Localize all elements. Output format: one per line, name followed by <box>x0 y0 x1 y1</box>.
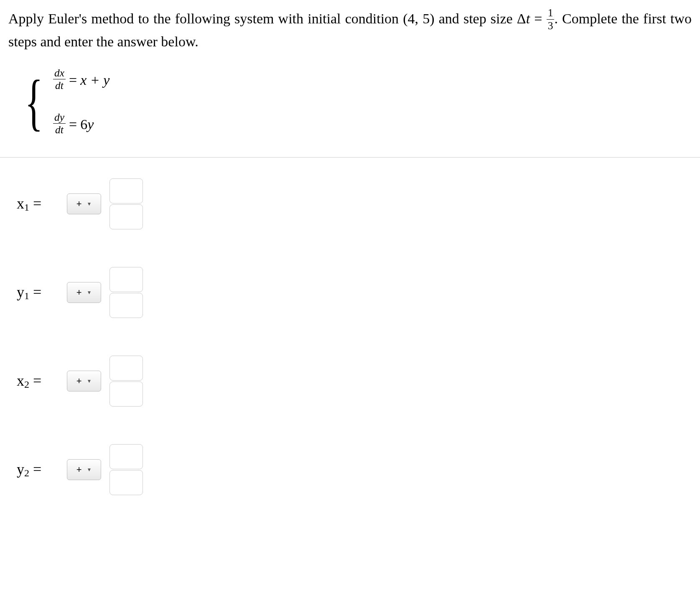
eq-x2: = <box>33 372 41 389</box>
equals-text: = <box>530 11 546 26</box>
sub-y2: 2 <box>24 468 29 478</box>
sub-y1: 1 <box>24 290 29 301</box>
chevron-down-icon: ▼ <box>87 467 92 473</box>
sub-x1: 1 <box>24 202 29 213</box>
denominator-input-x2[interactable] <box>109 381 143 407</box>
sign-value-y2: + <box>76 464 82 475</box>
denominator-input-y2[interactable] <box>109 470 143 495</box>
eq1-equals: = <box>69 72 77 88</box>
chevron-down-icon: ▼ <box>87 290 92 295</box>
sign-select-y2[interactable]: + ▼ <box>67 459 101 480</box>
step-numerator: 1 <box>547 8 555 20</box>
eq2-equals: = <box>69 117 77 132</box>
eq-y1: = <box>33 284 41 300</box>
var-y2: y <box>17 461 24 478</box>
label-x1: x1 = <box>17 195 59 213</box>
eq2-rhs: 6y <box>80 117 94 132</box>
answer-row-x2: x2 = + ▼ <box>17 356 692 407</box>
var-y1: y <box>17 284 24 300</box>
section-divider <box>0 157 700 158</box>
label-x2: x2 = <box>17 372 59 390</box>
label-y2: y2 = <box>17 460 59 479</box>
chevron-down-icon: ▼ <box>87 201 92 207</box>
eq1-lhs-num: dx <box>53 68 66 80</box>
problem-text-1: Apply Euler's method to the following sy… <box>8 11 403 26</box>
var-x1: x <box>17 195 24 212</box>
sign-select-y1[interactable]: + ▼ <box>67 282 101 303</box>
answers-section: x1 = + ▼ y1 = + ▼ x2 = + <box>17 178 692 495</box>
equation-2: dy dt = 6y <box>53 113 109 136</box>
eq1-lhs: dx dt <box>53 68 66 91</box>
eq-y2: = <box>33 461 41 478</box>
initial-condition: (4, 5) <box>403 11 434 26</box>
denominator-input-x1[interactable] <box>109 204 143 229</box>
fraction-inputs-y1 <box>109 267 143 318</box>
numerator-input-x2[interactable] <box>109 356 143 381</box>
sign-select-x2[interactable]: + ▼ <box>67 371 101 392</box>
answer-row-y2: y2 = + ▼ <box>17 444 692 495</box>
numerator-input-x1[interactable] <box>109 178 143 203</box>
chevron-down-icon: ▼ <box>87 378 92 384</box>
label-y1: y1 = <box>17 283 59 302</box>
eq1-rhs: x + y <box>80 72 109 88</box>
sign-value-y1: + <box>76 287 82 298</box>
equation-system: { dx dt = x + y dy dt = 6y <box>19 69 692 136</box>
answer-row-x1: x1 = + ▼ <box>17 178 692 229</box>
eq2-lhs: dy dt <box>53 112 66 135</box>
system-brace: { <box>25 74 43 130</box>
eq2-lhs-num: dy <box>53 112 66 124</box>
var-x2: x <box>17 372 24 389</box>
equation-1: dx dt = x + y <box>53 69 109 92</box>
fraction-inputs-x2 <box>109 356 143 407</box>
denominator-input-y1[interactable] <box>109 293 143 318</box>
step-var: t <box>526 11 530 26</box>
fraction-inputs-y2 <box>109 444 143 495</box>
sign-value-x2: + <box>76 376 82 386</box>
numerator-input-y1[interactable] <box>109 267 143 292</box>
problem-statement: Apply Euler's method to the following sy… <box>8 8 692 52</box>
equations-container: dx dt = x + y dy dt = 6y <box>53 69 109 136</box>
sub-x2: 2 <box>24 379 29 390</box>
sign-select-x1[interactable]: + ▼ <box>67 193 101 214</box>
answer-row-y1: y1 = + ▼ <box>17 267 692 318</box>
numerator-input-y2[interactable] <box>109 444 143 469</box>
step-denominator: 3 <box>547 20 555 31</box>
eq2-lhs-den: dt <box>53 124 66 135</box>
eq1-lhs-den: dt <box>53 79 66 91</box>
fraction-inputs-x1 <box>109 178 143 229</box>
problem-text-2: and step size Δ <box>435 11 526 26</box>
eq-x1: = <box>33 195 41 212</box>
step-size-fraction: 13 <box>547 8 555 31</box>
sign-value-x1: + <box>76 198 82 209</box>
